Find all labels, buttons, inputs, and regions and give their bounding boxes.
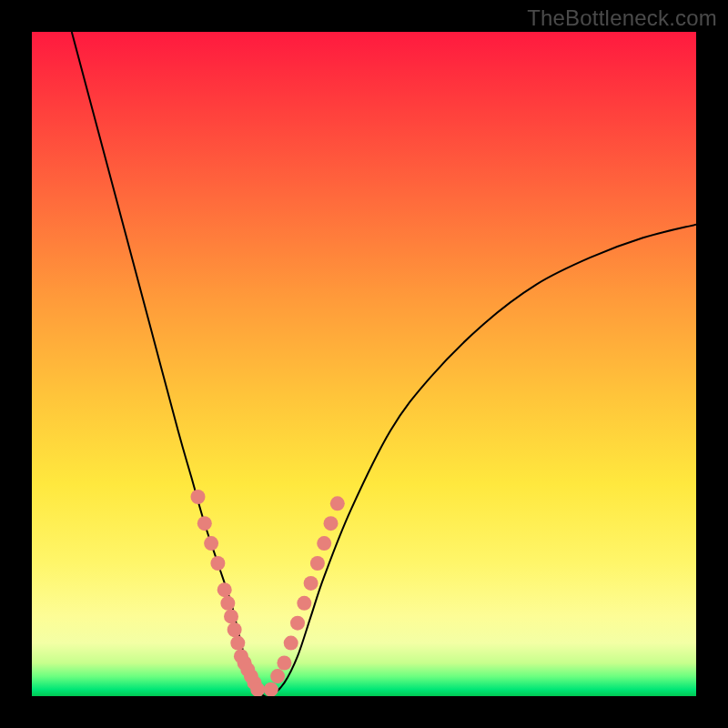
highlight-dot xyxy=(304,576,318,591)
highlight-dot xyxy=(210,556,225,571)
highlight-dot xyxy=(217,582,232,597)
highlight-dot xyxy=(297,596,311,611)
highlight-dot xyxy=(191,490,206,504)
highlight-dot xyxy=(250,682,265,696)
plot-area xyxy=(32,32,696,696)
highlight-dot xyxy=(330,496,345,511)
highlight-dot xyxy=(284,636,298,651)
highlight-dots-right xyxy=(264,496,345,696)
chart-frame: TheBottleneck.com xyxy=(0,0,728,728)
highlight-dot xyxy=(310,556,325,571)
chart-svg xyxy=(32,32,696,696)
highlight-dot xyxy=(197,516,212,531)
highlight-dot xyxy=(324,516,339,531)
highlight-dot xyxy=(290,616,305,631)
highlight-dot xyxy=(220,596,235,611)
highlight-dot xyxy=(264,682,278,696)
highlight-dots-left xyxy=(191,490,266,696)
highlight-dot xyxy=(204,536,218,551)
highlight-dot xyxy=(224,609,238,623)
highlight-dot xyxy=(230,636,245,651)
highlight-dot xyxy=(270,669,285,683)
highlight-dot xyxy=(228,622,242,637)
bottleneck-curve-path xyxy=(72,32,696,696)
watermark-text: TheBottleneck.com xyxy=(527,5,717,31)
highlight-dot xyxy=(277,656,291,671)
highlight-dot xyxy=(317,536,331,551)
